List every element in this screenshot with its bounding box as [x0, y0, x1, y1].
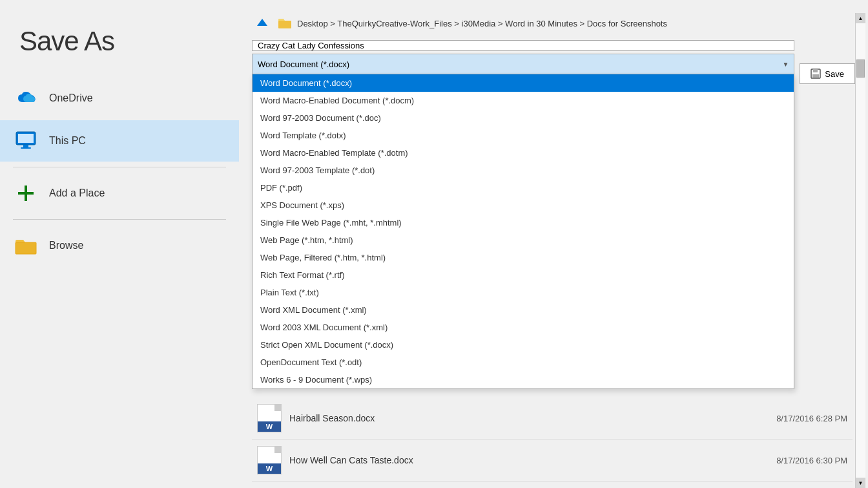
svg-rect-1 [18, 134, 34, 143]
file-list-area: W Hairball Season.docx 8/17/2016 6:28 PM… [252, 398, 855, 488]
file-icon-0: W [257, 404, 282, 432]
filename-input[interactable] [252, 40, 794, 51]
file-item-1[interactable]: W How Well Can Cats Taste.docx 8/17/2016… [252, 440, 852, 482]
file-item-0[interactable]: W Hairball Season.docx 8/17/2016 6:28 PM [252, 398, 852, 440]
filetype-option-13[interactable]: Word XML Document (*.xml) [253, 301, 794, 319]
file-icon-1: W [257, 446, 282, 474]
thispc-icon [13, 128, 39, 154]
svg-rect-3 [21, 147, 31, 149]
scroll-thumb[interactable] [856, 59, 865, 78]
onedrive-icon [13, 85, 39, 111]
filetype-selected-label: Word Document (*.docx) [258, 59, 349, 69]
filetype-container: Word Document (*.docx) ▼ Word Document (… [252, 54, 794, 74]
save-button[interactable]: Save [800, 63, 855, 84]
filetype-option-12[interactable]: Plain Text (*.txt) [253, 284, 794, 301]
sidebar-item-browse-label: Browse [49, 240, 83, 251]
sidebar-item-browse[interactable]: Browse [0, 225, 239, 266]
filetype-option-14[interactable]: Word 2003 XML Document (*.xml) [253, 319, 794, 336]
svg-rect-12 [813, 69, 818, 72]
scrollbar[interactable]: ▲ ▼ [855, 13, 865, 488]
content-area: Desktop > TheQuirkyCreative-Work_Files >… [239, 0, 868, 488]
page-title: Save As [0, 19, 239, 76]
filetype-option-4[interactable]: Word Macro-Enabled Template (*.dotm) [253, 144, 794, 162]
file-name-0: Hairball Season.docx [289, 413, 769, 423]
scroll-down-button[interactable]: ▼ [856, 478, 865, 488]
navigate-up-button[interactable] [252, 13, 273, 34]
sidebar-divider [13, 167, 226, 167]
save-button-label: Save [825, 69, 844, 79]
sidebar: Save As OneDrive [0, 0, 239, 488]
filetype-option-10[interactable]: Web Page, Filtered (*.htm, *.html) [253, 249, 794, 266]
filetype-option-17[interactable]: Works 6 - 9 Document (*.wps) [253, 371, 794, 388]
filetype-option-16[interactable]: OpenDocument Text (*.odt) [253, 354, 794, 371]
svg-rect-7 [16, 242, 36, 254]
svg-rect-13 [812, 74, 819, 78]
file-list-scroll[interactable]: W Hairball Season.docx 8/17/2016 6:28 PM… [252, 398, 855, 488]
breadcrumb-row: Desktop > TheQuirkyCreative-Work_Files >… [252, 13, 855, 34]
svg-marker-9 [257, 19, 267, 26]
filetype-option-8[interactable]: Single File Web Page (*.mht, *.mhtml) [253, 214, 794, 231]
dropdown-arrow-icon: ▼ [782, 61, 789, 68]
filetype-option-7[interactable]: XPS Document (*.xps) [253, 196, 794, 214]
file-date-1: 8/17/2016 6:30 PM [776, 456, 847, 465]
sidebar-item-onedrive-label: OneDrive [49, 92, 93, 104]
file-date-0: 8/17/2016 6:28 PM [776, 414, 847, 423]
addplace-icon [13, 180, 39, 206]
browse-icon [13, 233, 39, 259]
save-icon [811, 69, 821, 79]
scroll-up-button[interactable]: ▲ [856, 13, 865, 23]
filetype-option-9[interactable]: Web Page (*.htm, *.html) [253, 231, 794, 249]
filetype-option-6[interactable]: PDF (*.pdf) [253, 179, 794, 196]
filetype-option-2[interactable]: Word 97-2003 Document (*.doc) [253, 109, 794, 127]
filetype-option-11[interactable]: Rich Text Format (*.rtf) [253, 266, 794, 284]
sidebar-item-addplace[interactable]: Add a Place [0, 173, 239, 214]
filetype-dropdown-header[interactable]: Word Document (*.docx) ▼ [252, 54, 794, 74]
svg-rect-10 [278, 21, 291, 28]
filetype-option-1[interactable]: Word Macro-Enabled Document (*.docm) [253, 92, 794, 109]
breadcrumb-path: Desktop > TheQuirkyCreative-Work_Files >… [297, 19, 667, 28]
filetype-option-0[interactable]: Word Document (*.docx) [253, 74, 794, 92]
sidebar-item-onedrive[interactable]: OneDrive [0, 78, 239, 119]
sidebar-item-thispc-label: This PC [49, 135, 86, 147]
svg-rect-2 [23, 145, 28, 147]
filetype-option-5[interactable]: Word 97-2003 Template (*.dot) [253, 162, 794, 179]
breadcrumb-folder-icon [278, 17, 292, 29]
filetype-option-3[interactable]: Word Template (*.dotx) [253, 127, 794, 144]
sidebar-item-thispc[interactable]: This PC [0, 120, 239, 162]
sidebar-divider-2 [13, 219, 226, 220]
file-name-1: How Well Can Cats Taste.docx [289, 455, 769, 465]
svg-rect-5 [18, 192, 34, 195]
scroll-track [856, 23, 865, 478]
filetype-option-15[interactable]: Strict Open XML Document (*.docx) [253, 336, 794, 354]
filetype-dropdown-list: Word Document (*.docx)Word Macro-Enabled… [252, 74, 794, 389]
sidebar-item-addplace-label: Add a Place [49, 187, 105, 199]
